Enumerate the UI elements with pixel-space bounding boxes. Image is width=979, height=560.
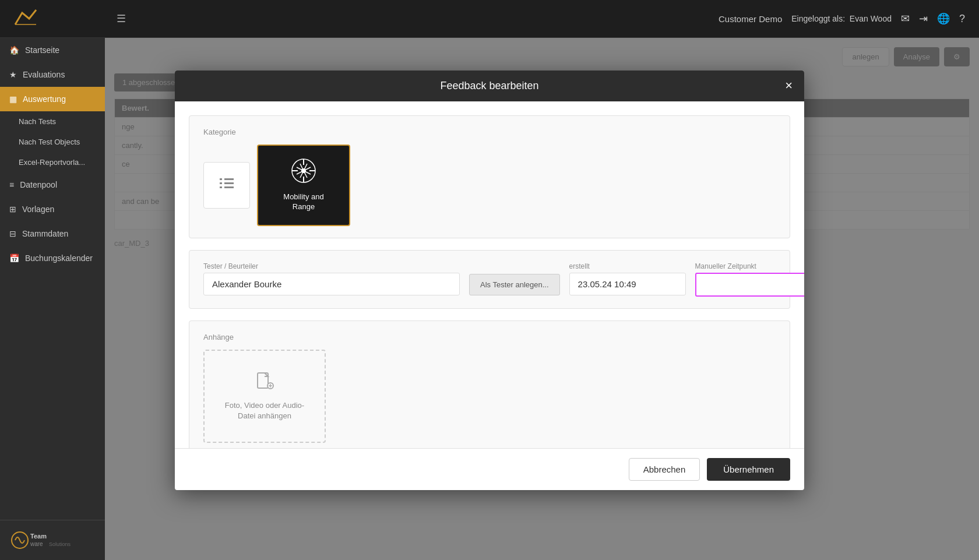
sidebar-item-startseite[interactable]: 🏠 Startseite: [0, 38, 105, 62]
stammdaten-icon: ⊟: [9, 229, 16, 238]
zeitpunkt-field-group: Manueller Zeitpunkt: [695, 262, 804, 297]
sidebar-label-nach-test-objects: Nach Test Objects: [19, 138, 80, 146]
feedback-modal: Feedback bearbeiten × Kategorie: [175, 71, 804, 490]
modal-close-button[interactable]: ×: [785, 79, 793, 92]
zeitpunkt-input[interactable]: [695, 273, 804, 297]
modal-header: Feedback bearbeiten ×: [175, 71, 804, 101]
grid-icon: ▦: [9, 94, 17, 104]
sidebar-item-auswertung[interactable]: ▦ Auswertung: [0, 87, 105, 111]
mail-icon[interactable]: ✉: [901, 12, 910, 25]
customer-demo-label: Customer Demo: [719, 14, 782, 24]
list-icon: [217, 174, 236, 196]
sidebar-item-excel-reportvorlage[interactable]: Excel-Reportvorla...: [0, 152, 105, 172]
menu-toggle-button[interactable]: ☰: [105, 12, 138, 25]
sidebar-label-nach-tests: Nach Tests: [19, 117, 56, 126]
anhaenge-section: Anhänge Foto, Video oder Audio-Datei anh…: [189, 320, 790, 448]
category-card-mobility[interactable]: Mobility andRange: [257, 145, 350, 226]
svg-rect-6: [220, 182, 222, 184]
sidebar-item-nach-tests[interactable]: Nach Tests: [0, 111, 105, 132]
sidebar-label-datenpool: Datenpool: [20, 180, 57, 189]
sidebar-item-datenpool[interactable]: ≡ Datenpool: [0, 172, 105, 197]
topbar: ☰ Customer Demo Eingeloggt als: Evan Woo…: [0, 0, 979, 38]
category-cards: Mobility andRange: [203, 145, 776, 226]
svg-text:Solutions: Solutions: [49, 541, 71, 547]
category-card-label: Mobility andRange: [283, 192, 323, 212]
kategorie-label: Kategorie: [203, 128, 776, 136]
cancel-button[interactable]: Abbrechen: [629, 458, 700, 481]
sidebar-label-startseite: Startseite: [25, 45, 59, 55]
sidebar-item-evaluations[interactable]: ★ Evaluations: [0, 62, 105, 87]
logout-icon[interactable]: ⇥: [919, 12, 928, 25]
kategorie-section: Kategorie: [189, 115, 790, 238]
vorlagen-icon: ⊞: [9, 205, 16, 214]
calendar-icon: 📅: [9, 253, 19, 263]
sidebar-label-buchungskalender: Buchungskalender: [25, 253, 93, 263]
sidebar: 🏠 Startseite ★ Evaluations ▦ Auswertung …: [0, 38, 105, 560]
logged-in-label: Eingeloggt als: Evan Wood: [791, 14, 892, 23]
sidebar-item-stammdaten[interactable]: ⊟ Stammdaten: [0, 221, 105, 246]
anhaenge-label: Anhänge: [203, 333, 776, 341]
tester-label: Tester / Beurteiler: [203, 262, 460, 270]
svg-text:ware: ware: [30, 541, 43, 547]
sidebar-item-nach-test-objects[interactable]: Nach Test Objects: [0, 132, 105, 152]
tester-row: Tester / Beurteiler Als Tester anlegen..…: [203, 262, 776, 297]
modal-title: Feedback bearbeiten: [440, 80, 538, 92]
language-icon[interactable]: 🌐: [937, 12, 950, 25]
erstellt-field-group: erstellt: [569, 262, 686, 295]
attach-file-icon: [254, 371, 275, 396]
attach-label: Foto, Video oder Audio-Datei anhängen: [225, 400, 304, 421]
mobility-icon: [291, 158, 316, 188]
tester-field-group: Tester / Beurteiler: [203, 262, 460, 295]
sidebar-label-auswertung: Auswertung: [23, 94, 66, 104]
home-icon: 🏠: [9, 45, 19, 55]
svg-rect-8: [224, 178, 234, 180]
datenpool-icon: ≡: [9, 180, 14, 189]
logo: [0, 0, 105, 38]
topbar-right: Customer Demo Eingeloggt als: Evan Wood …: [719, 12, 979, 25]
attach-upload-box[interactable]: Foto, Video oder Audio-Datei anhängen: [203, 350, 326, 443]
svg-text:Team: Team: [30, 533, 47, 540]
erstellt-input[interactable]: [569, 273, 686, 295]
svg-rect-5: [220, 178, 222, 180]
svg-rect-9: [224, 182, 234, 184]
erstellt-label: erstellt: [569, 262, 686, 270]
sidebar-item-buchungskalender[interactable]: 📅 Buchungskalender: [0, 246, 105, 270]
help-icon[interactable]: ?: [959, 13, 965, 25]
tester-section: Tester / Beurteiler Als Tester anlegen..…: [189, 250, 790, 309]
star-icon: ★: [9, 70, 17, 79]
svg-rect-7: [220, 186, 222, 188]
sidebar-label-excel-reportvorlage: Excel-Reportvorla...: [19, 158, 85, 167]
sidebar-item-vorlagen[interactable]: ⊞ Vorlagen: [0, 197, 105, 221]
svg-rect-10: [224, 186, 234, 188]
modal-footer: Abbrechen Übernehmen: [175, 448, 804, 490]
submit-button[interactable]: Übernehmen: [707, 458, 790, 481]
sidebar-label-stammdaten: Stammdaten: [22, 229, 68, 238]
zeitpunkt-label: Manueller Zeitpunkt: [695, 262, 804, 270]
sidebar-logo: Team ware Solutions: [0, 520, 105, 560]
sidebar-label-evaluations: Evaluations: [23, 70, 65, 79]
sidebar-label-vorlagen: Vorlagen: [22, 205, 54, 214]
modal-body: Kategorie: [175, 101, 804, 448]
tester-input[interactable]: [203, 273, 460, 295]
category-card-list[interactable]: [203, 162, 250, 209]
als-tester-anlegen-button[interactable]: Als Tester anlegen...: [469, 274, 560, 295]
